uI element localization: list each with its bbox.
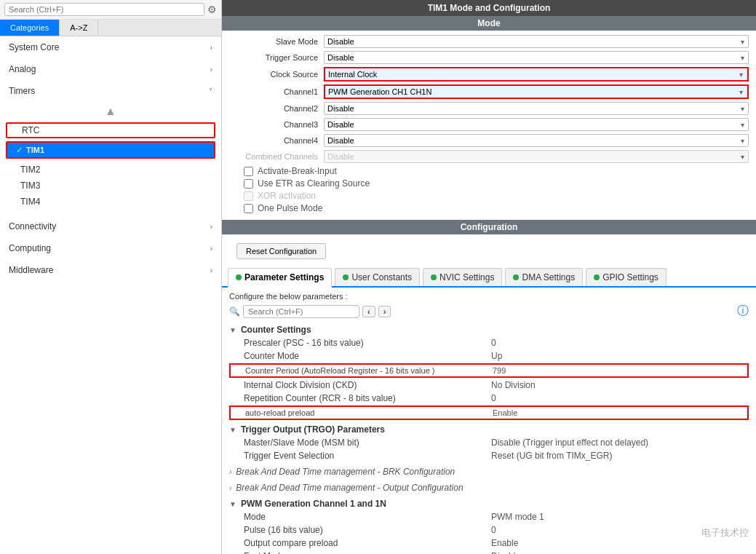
auto-reload-name: auto-reload preload	[245, 408, 493, 417]
sidebar-item-computing[interactable]: Computing ›	[0, 237, 221, 259]
connectivity-label: Connectivity	[9, 221, 56, 232]
trigger-source-label: Trigger Source	[229, 53, 324, 62]
pwm-header[interactable]: ▼ PWM Generation Channel 1 and 1N	[229, 497, 749, 510]
param-search-input[interactable]	[243, 305, 359, 318]
collapse-icon: ▼	[229, 500, 236, 508]
output-config-header[interactable]: › Break And Dead Time management - Outpu…	[229, 481, 749, 494]
sidebar-item-rtc[interactable]: RTC	[6, 122, 215, 138]
tab-az[interactable]: A->Z	[60, 20, 98, 36]
sidebar-search-bar: ⚙	[0, 0, 221, 20]
counter-settings-section: ▼ Counter Settings Prescaler (PSC - 16 b…	[229, 323, 749, 420]
channel4-label: Channel4	[229, 136, 324, 145]
tim1-label: TIM1	[26, 146, 44, 154]
combined-channels-select-wrapper[interactable]: Disable	[324, 150, 749, 163]
config-tabs: Parameter Settings User Constants NVIC S…	[222, 268, 756, 288]
sidebar-item-timers[interactable]: Timers ˅	[0, 80, 221, 102]
main-content: TIM1 Mode and Configuration Mode Slave M…	[222, 0, 756, 554]
slave-mode-row: Slave Mode Disable	[229, 35, 749, 48]
tab-parameter-settings[interactable]: Parameter Settings	[228, 268, 332, 288]
active-dot	[236, 274, 242, 280]
search-input[interactable]	[4, 3, 204, 16]
channel3-select[interactable]: Disable	[324, 118, 749, 131]
sidebar-item-tim1[interactable]: ✓ TIM1	[6, 141, 215, 159]
chevron-right-icon: ›	[210, 66, 212, 74]
sidebar-item-connectivity[interactable]: Connectivity ›	[0, 215, 221, 237]
trigger-source-row: Trigger Source Disable	[229, 51, 749, 64]
clock-source-select[interactable]: Internal Clock	[325, 68, 747, 80]
sidebar-item-tim3[interactable]: TIM3	[0, 178, 221, 194]
trigger-output-label: Trigger Output (TRGO) Parameters	[241, 424, 385, 435]
combined-channels-select[interactable]: Disable	[324, 150, 749, 163]
counter-mode-value: Up	[491, 351, 749, 361]
gear-icon[interactable]: ⚙	[207, 4, 217, 15]
activate-break-label: Activate-Break-Input	[258, 166, 337, 176]
msm-name: Master/Slave Mode (MSM bit)	[244, 438, 491, 448]
param-hint: Configure the below parameters :	[229, 292, 749, 301]
trigger-output-header[interactable]: ▼ Trigger Output (TRGO) Parameters	[229, 423, 749, 436]
next-nav-button[interactable]: ›	[378, 306, 391, 317]
activate-break-checkbox[interactable]	[244, 167, 253, 176]
nvic-label: NVIC Settings	[439, 272, 494, 282]
sidebar: ⚙ Categories A->Z System Core › Analog ›…	[0, 0, 222, 554]
tab-user-constants[interactable]: User Constants	[335, 268, 420, 286]
sidebar-item-analog[interactable]: Analog ›	[0, 58, 221, 80]
user-constants-label: User Constants	[351, 272, 412, 282]
prev-nav-button[interactable]: ‹	[362, 306, 375, 317]
channel4-select-wrapper[interactable]: Disable	[324, 134, 749, 147]
trigger-source-select[interactable]: Disable	[324, 51, 749, 64]
sidebar-item-middleware[interactable]: Middleware ›	[0, 259, 221, 281]
tab-nvic-settings[interactable]: NVIC Settings	[423, 268, 502, 286]
pwm-mode-row: Mode PWM mode 1	[229, 510, 749, 523]
channel4-row: Channel4 Disable	[229, 134, 749, 147]
trigger-output-section: ▼ Trigger Output (TRGO) Parameters Maste…	[229, 423, 749, 462]
output-config-label: Break And Dead Time management - Output …	[236, 483, 463, 493]
auto-reload-value: Enable	[493, 408, 517, 417]
sidebar-item-system-core[interactable]: System Core ›	[0, 36, 221, 58]
info-icon[interactable]: ⓘ	[737, 304, 749, 319]
gpio-label: GPIO Settings	[602, 272, 658, 282]
mode-section: Slave Mode Disable Trigger Source Disabl…	[222, 31, 756, 220]
slave-mode-select[interactable]: Disable	[324, 35, 749, 48]
rcr-name: Repetition Counter (RCR - 8 bits value)	[244, 393, 491, 403]
reset-configuration-button[interactable]: Reset Configuration	[236, 243, 326, 259]
dot	[431, 274, 437, 280]
dot	[594, 274, 600, 280]
trigger-event-name: Trigger Event Selection	[244, 451, 491, 461]
msm-value: Disable (Trigger input effect not delaye…	[491, 438, 749, 448]
computing-label: Computing	[9, 243, 51, 253]
rcr-value: 0	[491, 393, 749, 403]
channel2-select-wrapper[interactable]: Disable	[324, 102, 749, 115]
prescaler-value: 0	[491, 338, 749, 348]
rcr-row: Repetition Counter (RCR - 8 bits value) …	[229, 392, 749, 405]
channel2-row: Channel2 Disable	[229, 102, 749, 115]
channel1-select-wrapper[interactable]: PWM Generation CH1 CH1N	[324, 84, 749, 99]
pwm-section: ▼ PWM Generation Channel 1 and 1N Mode P…	[229, 497, 749, 554]
config-section-header: Configuration	[222, 220, 756, 234]
ckd-row: Internal Clock Division (CKD) No Divisio…	[229, 379, 749, 392]
channel1-select[interactable]: PWM Generation CH1 CH1N	[325, 86, 747, 98]
brk-header[interactable]: › Break And Dead Time management - BRK C…	[229, 465, 749, 478]
tab-dma-settings[interactable]: DMA Settings	[505, 268, 583, 286]
channel1-row: Channel1 PWM Generation CH1 CH1N	[229, 84, 749, 99]
channel3-select-wrapper[interactable]: Disable	[324, 118, 749, 131]
sidebar-item-tim2[interactable]: TIM2	[0, 162, 221, 178]
counter-settings-header[interactable]: ▼ Counter Settings	[229, 323, 749, 336]
system-core-label: System Core	[9, 42, 59, 52]
tab-gpio-settings[interactable]: GPIO Settings	[586, 268, 667, 286]
slave-mode-select-wrapper[interactable]: Disable	[324, 35, 749, 48]
one-pulse-label: One Pulse Mode	[258, 203, 322, 213]
one-pulse-row: One Pulse Mode	[244, 203, 749, 213]
counter-mode-name: Counter Mode	[244, 351, 491, 361]
channel2-select[interactable]: Disable	[324, 102, 749, 115]
config-section: Reset Configuration Parameter Settings U…	[222, 234, 756, 554]
output-preload-name: Output compare preload	[244, 538, 491, 548]
trigger-source-select-wrapper[interactable]: Disable	[324, 51, 749, 64]
sidebar-item-tim4[interactable]: TIM4	[0, 194, 221, 210]
use-etr-checkbox[interactable]	[244, 179, 253, 189]
tab-categories[interactable]: Categories	[0, 20, 60, 36]
counter-period-name: Counter Period (AutoReload Register - 16…	[245, 366, 493, 375]
xor-checkbox[interactable]	[244, 191, 253, 201]
one-pulse-checkbox[interactable]	[244, 204, 253, 213]
clock-source-select-wrapper[interactable]: Internal Clock	[324, 67, 749, 82]
channel4-select[interactable]: Disable	[324, 134, 749, 147]
